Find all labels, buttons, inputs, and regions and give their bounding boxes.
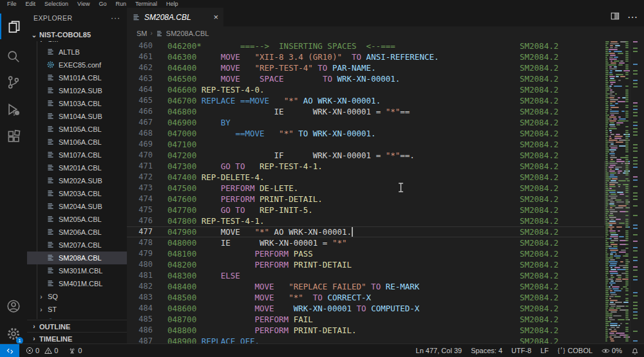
code-line-460[interactable]: 460046200* ===--> INSERTING SPACES <--==… <box>127 41 604 51</box>
section-timeline[interactable]: › TIMELINE <box>27 332 127 345</box>
code-line-462[interactable]: 462046400 MOVE "REP-TEST-4" TO PAR-NAME.… <box>127 62 604 73</box>
code-line-480[interactable]: 480048200 PERFORM PRINT-DETAILSM2084.2 <box>127 259 604 270</box>
ellipsis-icon[interactable]: ··· <box>111 14 120 23</box>
tab-sm208a-cbl[interactable]: SM208A.CBL × <box>127 8 223 26</box>
menu-help[interactable]: Help <box>162 0 183 8</box>
activitybar-accounts[interactable] <box>0 293 27 319</box>
ruler-mark <box>633 215 638 216</box>
tree-file-altlb[interactable]: ALTLB <box>27 46 127 59</box>
code-line-482[interactable]: 482048400 MOVE "REPLACE FAILED" TO RE-MA… <box>127 281 604 292</box>
tree-file-sm207a-cbl[interactable]: SM207A.CBL <box>27 239 127 252</box>
tree-file-sm401m-cbl[interactable]: SM401M.CBL <box>27 277 127 290</box>
indentation-status[interactable]: Spaces: 4 <box>471 347 502 354</box>
menu-file[interactable]: File <box>3 0 21 8</box>
code-line-473[interactable]: 473047500 PERFORM DE-LETE.SM2084.2 <box>127 183 604 194</box>
overview-ruler[interactable] <box>630 40 644 344</box>
language-mode[interactable]: {׳} COBOL <box>558 347 592 354</box>
tree-file-sm106a-cbl[interactable]: SM106A.CBL <box>27 136 127 149</box>
code-line-467[interactable]: 467046900 BYSM2084.2 <box>127 117 604 128</box>
menu-selection[interactable]: Selection <box>40 0 73 8</box>
tree-file-sm103a-cbl[interactable]: SM103A.CBL <box>27 97 127 110</box>
minimap-line <box>625 113 629 114</box>
ports-status[interactable]: 0 <box>68 347 82 354</box>
code-line-486[interactable]: 486048800 PERFORM PRINT-DETAIL.SM2084.2 <box>127 325 604 336</box>
code-line-484[interactable]: 484048600 MOVE WRK-XN-00001 TO COMPUTED-… <box>127 303 604 314</box>
menu-view[interactable]: View <box>73 0 94 8</box>
code-line-476[interactable]: 476047800 REP-TEST-4-1.SM2084.2 <box>127 215 604 226</box>
code-line-466[interactable]: 466046800 IE WRK-XN-00001 = "*"==SM2084.… <box>127 106 604 117</box>
section-outline[interactable]: › OUTLINE <box>27 320 127 333</box>
activitybar-search[interactable] <box>0 44 27 69</box>
tree-file-sm101a-cbl[interactable]: SM101A.CBL <box>27 71 127 84</box>
code-line-470[interactable]: 470047200 IF WRK-XN-00001 = "*"==.SM2084… <box>127 150 604 161</box>
code-line-483[interactable]: 483048500 MOVE "*" TO CORRECT-XSM2084.2 <box>127 292 604 303</box>
sync-status[interactable]: 0% <box>601 347 622 354</box>
activitybar-run-debug[interactable] <box>0 96 27 122</box>
menu-run[interactable]: Run <box>111 0 131 8</box>
tree-file-sm102a-sub[interactable]: SM102A.SUB <box>27 84 127 97</box>
tree-file-sm204a-sub[interactable]: SM204A.SUB <box>27 200 127 213</box>
activitybar-extensions[interactable] <box>0 124 27 149</box>
tree-file-sm105a-cbl[interactable]: SM105A.CBL <box>27 123 127 136</box>
breadcrumb-folder[interactable]: SM <box>137 30 147 37</box>
code-line-472[interactable]: 472047400 REP-DELETE-4.SM2084.2 <box>127 172 604 183</box>
code-line-485[interactable]: 485048700 PERFORM FAILSM2084.2 <box>127 314 604 325</box>
close-icon[interactable]: × <box>213 13 218 21</box>
tree-folder-sm[interactable]: ⌄SM <box>27 41 127 46</box>
tree-file-sm104a-sub[interactable]: SM104A.SUB <box>27 110 127 123</box>
minimap-line <box>625 313 629 315</box>
activitybar-explorer[interactable] <box>0 14 27 39</box>
code-line-469[interactable]: 469047100SM2084.2 <box>127 139 604 150</box>
remote-indicator[interactable] <box>0 344 19 357</box>
tree-folder-sq[interactable]: ›SQ <box>27 290 127 303</box>
activitybar-settings[interactable]: 1 <box>0 321 27 347</box>
problems-status[interactable]: 0 0 <box>26 347 58 354</box>
code-line-474[interactable]: 474047600 PERFORM PRINT-DETAIL.SM2084.2 <box>127 194 604 205</box>
code-line-471[interactable]: 471047300 GO TO REP-TEST-4-1.SM2084.2 <box>127 161 604 172</box>
breadcrumb-file[interactable]: SM208A.CBL <box>166 30 209 37</box>
code-editor[interactable]: 460046200* ===--> INSERTING SPACES <--==… <box>127 40 604 344</box>
code-line-479[interactable]: 479048100 PERFORM PASSSM2084.2 <box>127 248 604 259</box>
minimap-line <box>625 298 629 299</box>
minimap-line <box>614 138 622 139</box>
editor-more-icon[interactable]: ⋯ <box>627 11 638 23</box>
code-line-465[interactable]: 465046700 REPLACE ==MOVE "*" AO WRK-XN-0… <box>127 95 604 106</box>
code-line-461[interactable]: 461046300 MOVE "XII-8 3.4 (GR10)" TO ANS… <box>127 51 604 62</box>
tree-file-exec85-conf[interactable]: EXEC85.conf <box>27 59 127 71</box>
tree-file-sm205a-cbl[interactable]: SM205A.CBL <box>27 213 127 226</box>
code-line-468[interactable]: 468047000 ==MOVE "*" TO WRK-XN-00001.SM2… <box>127 128 604 139</box>
code-line-475[interactable]: 475047700 GO TO REP-INIT-5.SM2084.2 <box>127 205 604 215</box>
minimap[interactable] <box>604 40 630 344</box>
code-line-477[interactable]: 477047900 MOVE "*" AO WRK-XN-00001.SM208… <box>127 226 604 237</box>
tree-file-sm202a-sub[interactable]: SM202A.SUB <box>27 174 127 187</box>
tree-file-sm206a-cbl[interactable]: SM206A.CBL <box>27 226 127 239</box>
file-lines-icon <box>46 151 55 160</box>
code-line-463[interactable]: 463046500 MOVE SPACE TO WRK-XN-00001.SM2… <box>127 73 604 84</box>
minimap-line <box>610 89 612 91</box>
ruler-mark <box>633 151 638 152</box>
tree-root-nist-cobol85[interactable]: ⌄ NIST-COBOL85 <box>27 28 127 41</box>
tree-file-sm107a-cbl[interactable]: SM107A.CBL <box>27 149 127 161</box>
code-line-481[interactable]: 481048300 ELSESM2084.2 <box>127 270 604 281</box>
encoding-status[interactable]: UTF-8 <box>511 347 531 354</box>
tree-file-sm201a-cbl[interactable]: SM201A.CBL <box>27 161 127 174</box>
tree-file-sm208a-cbl[interactable]: SM208A.CBL <box>27 252 127 264</box>
menu-go[interactable]: Go <box>94 0 111 8</box>
eol-status[interactable]: LF <box>540 347 549 354</box>
tree-file-readme-md[interactable]: iREADME.md <box>27 316 127 319</box>
minimap-line <box>605 230 609 232</box>
notifications-bell[interactable] <box>631 347 639 355</box>
cursor-position[interactable]: Ln 477, Col 39 <box>416 347 462 354</box>
split-editor-icon[interactable] <box>611 12 620 23</box>
activitybar-source-control[interactable] <box>0 69 27 95</box>
line-number: 469 <box>127 139 153 150</box>
code-line-478[interactable]: 478048000 IE WRK-XN-00001 = "*"SM2084.2 <box>127 237 604 248</box>
tree-file-sm301m-cbl[interactable]: SM301M.CBL <box>27 264 127 277</box>
code-line-464[interactable]: 464046600 REP-TEST-4-0.SM2084.2 <box>127 84 604 95</box>
tree-folder-st[interactable]: ›ST <box>27 303 127 316</box>
menu-terminal[interactable]: Terminal <box>131 0 162 8</box>
minimap-line <box>605 89 609 91</box>
tree-file-sm203a-cbl[interactable]: SM203A.CBL <box>27 187 127 200</box>
minimap-line <box>605 236 607 237</box>
menu-edit[interactable]: Edit <box>21 0 41 8</box>
